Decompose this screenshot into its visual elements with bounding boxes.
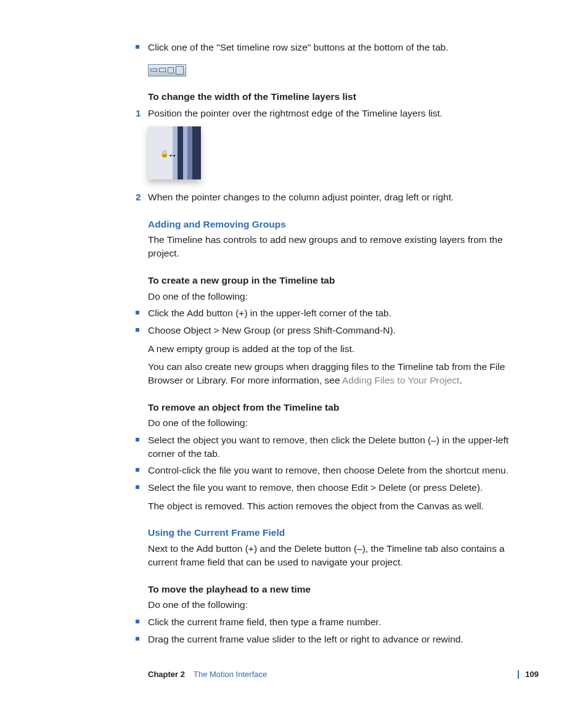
- page-number: 109: [525, 669, 539, 680]
- task-heading: To remove an object from the Timeline ta…: [148, 401, 533, 414]
- body-text: Drag the current frame value slider to t…: [148, 634, 463, 644]
- step-number: 2: [136, 191, 141, 204]
- footer-divider-icon: [518, 670, 519, 679]
- chapter-label: Chapter 2: [148, 669, 185, 680]
- row-size-illustration: [148, 64, 533, 76]
- body-text: Next to the Add button (+) and the Delet…: [148, 542, 533, 568]
- task-heading: To move the playhead to a new time: [148, 583, 533, 596]
- bullet-icon: [136, 620, 139, 623]
- bullet-icon: [136, 45, 139, 49]
- body-text: The object is removed. This action remov…: [148, 499, 533, 513]
- body-text: When the pointer changes to the column a…: [148, 192, 454, 202]
- body-text: Click the Add button (+) in the upper-le…: [148, 308, 391, 318]
- bullet-icon: [136, 438, 139, 441]
- bullet-icon: [136, 485, 139, 489]
- body-text: The Timeline has controls to add new gro…: [148, 233, 533, 260]
- section-heading: Adding and Removing Groups: [148, 218, 533, 231]
- body-text: Click one of the "Set timeline row size"…: [148, 42, 448, 52]
- body-text: Control-click the file you want to remov…: [148, 465, 508, 475]
- task-heading: To change the width of the Timeline laye…: [148, 90, 533, 104]
- task-heading: To create a new group in the Timeline ta…: [148, 274, 533, 287]
- bullet-icon: [136, 311, 139, 314]
- body-text: Click the current frame field, then type…: [148, 617, 381, 627]
- body-text: Do one of the following:: [148, 598, 533, 612]
- body-text: Do one of the following:: [148, 416, 533, 430]
- body-text: Select the object you want to remove, th…: [148, 435, 508, 459]
- step-number: 1: [136, 107, 141, 120]
- body-text: You can also create new groups when drag…: [148, 360, 533, 387]
- page-footer: Chapter 2 The Motion Interface 109: [148, 669, 539, 680]
- body-text: Position the pointer over the rightmost …: [148, 108, 443, 118]
- bullet-icon: [136, 328, 139, 332]
- body-text: Select the file you want to remove, then…: [148, 482, 483, 493]
- resize-illustration: 🔒 ↔: [148, 126, 533, 179]
- cross-reference-link[interactable]: Adding Files to Your Project: [342, 375, 459, 385]
- body-text: A new empty group is added at the top of…: [148, 342, 533, 356]
- bullet-icon: [136, 637, 139, 641]
- body-text: Do one of the following:: [148, 290, 533, 303]
- section-heading: Using the Current Frame Field: [148, 526, 533, 540]
- bullet-icon: [136, 468, 139, 472]
- body-text: Choose Object > New Group (or press Shif…: [148, 325, 396, 335]
- chapter-title: The Motion Interface: [194, 669, 267, 680]
